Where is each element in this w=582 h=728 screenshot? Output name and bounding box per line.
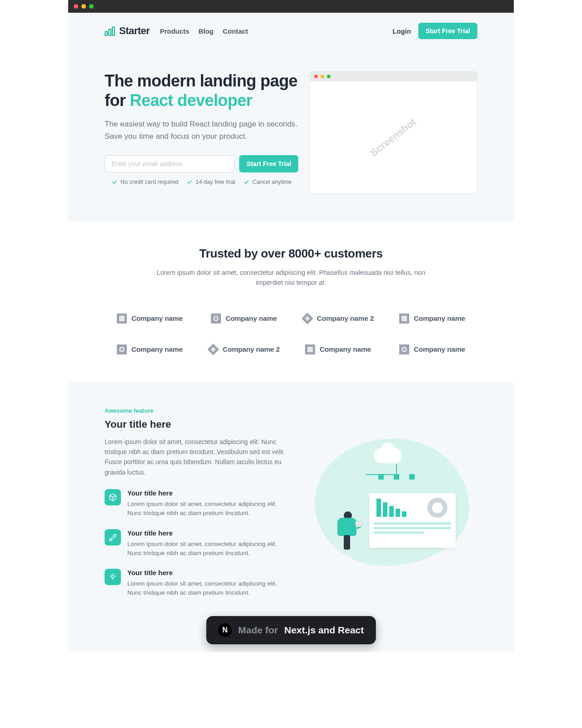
feature-eyebrow: Awesome feature: [105, 407, 291, 414]
tree-diagram-icon: [378, 464, 415, 480]
customer-logo: Company name: [387, 344, 477, 354]
nextjs-logo-icon: N: [218, 623, 232, 637]
nav-link-products[interactable]: Products: [160, 27, 189, 35]
cloud-icon: [374, 448, 402, 463]
check-icon: [243, 179, 250, 185]
customer-logo-name: Company name 2: [223, 345, 280, 354]
feature-illustration: [319, 443, 465, 561]
customer-logo-name: Company name: [131, 345, 183, 354]
svg-line-9: [115, 574, 115, 574]
hero-title: The modern landing page for React develo…: [105, 71, 298, 110]
made-for-toast: N Made for Next.js and React: [206, 616, 376, 644]
feature-item-title: Your title here: [127, 489, 282, 497]
feature-item-title: Your title here: [127, 569, 282, 576]
hero-screenshot-placeholder: Screenshot: [309, 71, 477, 194]
customer-logo: Company name 2: [199, 344, 289, 354]
svg-rect-2: [112, 27, 115, 35]
cube-icon: [105, 489, 121, 506]
customer-logo: Company name: [199, 313, 289, 324]
customer-logo: Company name: [105, 313, 195, 324]
feature-item: Your title hereLorem ipsum dolor sit ame…: [105, 489, 291, 518]
customer-logo-name: Company name: [226, 314, 277, 323]
square-icon: [399, 313, 409, 324]
mock-browser-bar: [310, 71, 477, 81]
login-link[interactable]: Login: [392, 27, 411, 35]
feature-description: Lorem ipsum dolor sit amet, consectetur …: [105, 437, 291, 478]
customer-logo-name: Company name: [320, 345, 371, 354]
customers-title: Trusted by over 8000+ customers: [105, 247, 477, 261]
person-icon: [333, 511, 360, 550]
customer-logo: Company name 2: [293, 313, 383, 324]
zoom-icon[interactable]: [89, 4, 94, 9]
nav-links: Products Blog Contact: [160, 27, 248, 35]
hero-perks: No credit card required 14-day free tria…: [105, 179, 298, 185]
circle-icon: [211, 313, 221, 324]
donut-chart-icon: [427, 498, 447, 518]
feature-item-title: Your title here: [127, 529, 282, 537]
feature-item-desc: Lorem ipsum dolor sit amet, consectetur …: [127, 540, 282, 558]
diamond-icon: [302, 313, 312, 324]
square-icon: [117, 313, 127, 324]
email-input[interactable]: [105, 155, 235, 172]
hero-subtitle: The easiest way to build React landing p…: [105, 118, 298, 142]
nav-link-blog[interactable]: Blog: [198, 27, 213, 35]
brand-logo-icon: [105, 26, 115, 36]
minimize-icon[interactable]: [81, 4, 86, 9]
bulb-icon: [105, 569, 121, 585]
hero-start-free-trial-button[interactable]: Start Free Trial: [239, 155, 298, 172]
perk-free-trial: 14-day free trial: [186, 179, 235, 185]
start-free-trial-button[interactable]: Start Free Trial: [418, 23, 477, 39]
customer-logo-name: Company name 2: [317, 314, 374, 323]
screenshot-watermark: Screenshot: [368, 116, 418, 159]
feature-list: Your title hereLorem ipsum dolor sit ame…: [105, 489, 291, 598]
macos-titlebar: [68, 0, 514, 13]
customer-logo-name: Company name: [414, 345, 465, 354]
navbar: Starter Products Blog Contact Login Star…: [105, 13, 477, 49]
hero-title-line2-prefix: for: [105, 91, 130, 110]
brand[interactable]: Starter: [105, 25, 150, 37]
svg-rect-1: [109, 29, 111, 35]
toast-target-label: Next.js and React: [284, 625, 364, 636]
hero-title-line1: The modern landing page: [105, 71, 297, 90]
customers-logo-grid: Company nameCompany nameCompany name 2Co…: [105, 313, 477, 354]
feature-item: Your title hereLorem ipsum dolor sit ame…: [105, 569, 291, 598]
check-icon: [111, 179, 118, 185]
perk-cancel-anytime: Cancel anytime: [243, 179, 291, 185]
zoom-icon: [327, 75, 331, 78]
toast-made-for-label: Made for: [238, 625, 278, 636]
feature-title: Your title here: [105, 419, 291, 430]
check-icon: [186, 179, 193, 185]
brand-name: Starter: [119, 25, 150, 37]
feature-item: Your title hereLorem ipsum dolor sit ame…: [105, 529, 291, 558]
customer-logo: Company name: [387, 313, 477, 324]
customer-logo-name: Company name: [131, 314, 183, 323]
customer-logo: Company name: [293, 344, 383, 354]
perk-no-credit-card: No credit card required: [111, 179, 178, 185]
square-icon: [305, 344, 315, 354]
circle-icon: [117, 344, 127, 354]
close-icon[interactable]: [74, 4, 78, 9]
brush-icon: [105, 529, 121, 546]
close-icon: [314, 75, 318, 78]
dashboard-panel-icon: [369, 493, 456, 548]
feature-item-desc: Lorem ipsum dolor sit amet, consectetur …: [127, 579, 282, 598]
svg-line-8: [110, 574, 111, 574]
feature-item-desc: Lorem ipsum dolor sit amet, consectetur …: [127, 500, 282, 518]
svg-rect-0: [105, 31, 107, 35]
hero-title-accent: React developer: [130, 91, 252, 110]
customer-logo-name: Company name: [414, 314, 465, 323]
customers-subtitle: Lorem ipsum dolor sit amet, consectetur …: [155, 268, 427, 288]
minimize-icon: [321, 75, 324, 78]
nav-link-contact[interactable]: Contact: [223, 27, 248, 35]
customer-logo: Company name: [105, 344, 195, 354]
circle-icon: [399, 344, 409, 354]
svg-point-4: [111, 575, 114, 578]
diamond-icon: [208, 344, 218, 354]
